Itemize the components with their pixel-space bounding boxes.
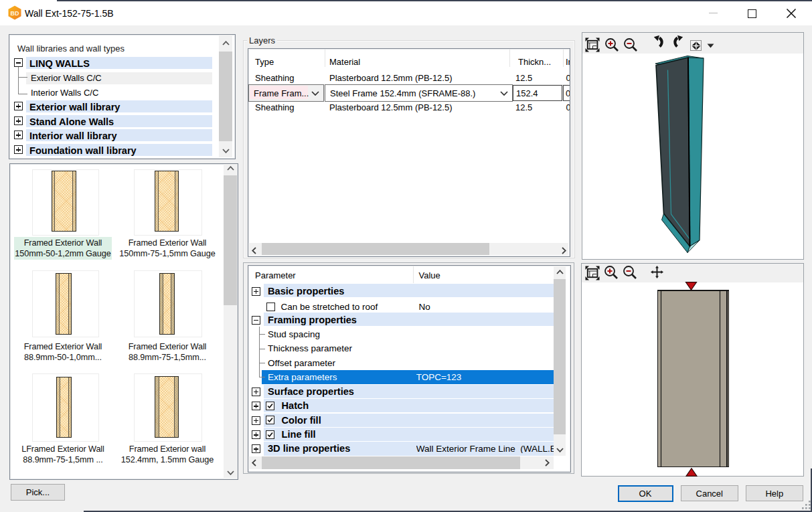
svg-text:BD: BD xyxy=(11,10,19,17)
